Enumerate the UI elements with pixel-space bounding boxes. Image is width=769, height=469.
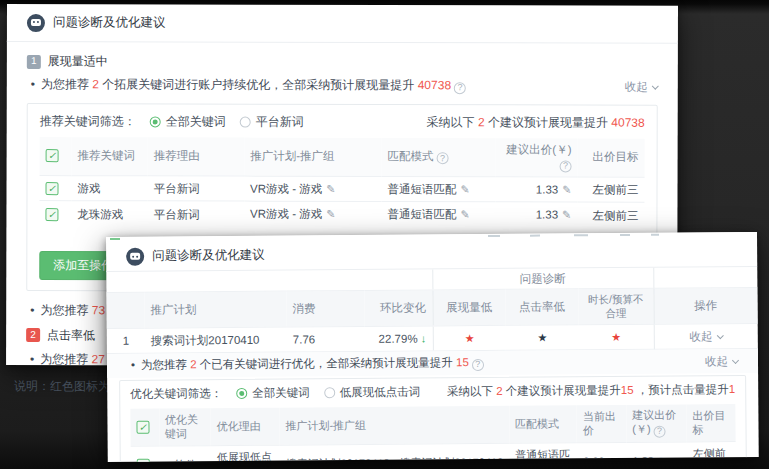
col-current-bid: 当前出价 [577,405,627,442]
filter-label: 推荐关键词筛选： [40,114,136,129]
radio-all-keywords[interactable] [150,116,161,127]
edit-icon[interactable]: ✎ [326,182,335,194]
col-low-impressions: 展现量低 [432,290,505,326]
bullet-dot-icon: • [30,352,34,366]
dark-backdrop: 问题诊断及优化建议 1 展现量适中 •为您推荐 2 个拓展关键词进行账户持续优化… [0,0,769,469]
col-reason: 优化理由 [211,408,280,445]
col-match: 匹配模式? [382,138,496,177]
col-match: 匹配模式 [509,406,577,443]
panel1-header: 问题诊断及优化建议 [7,4,678,44]
group-header-diagnosis: 问题诊断 [432,268,653,291]
col-keyword: 推荐关键词 [71,137,147,176]
col-budget: 时长/预算不合理 [578,289,653,325]
row-checkbox[interactable]: ✓ [45,208,58,221]
bullet-dot-icon: • [131,359,135,371]
collapse-toggle[interactable]: 收起 [625,79,658,93]
col-bid: 建议出价(￥)? [496,138,578,177]
collapse-toggle[interactable]: 收起 [705,354,738,369]
radio-platform-new[interactable] [240,116,251,127]
edit-icon[interactable]: ✎ [460,209,469,221]
edit-icon[interactable]: ✎ [562,209,571,221]
col-bid: 建议出价(￥)? [626,405,687,442]
down-arrow-icon: ↓ [421,332,427,344]
section1-title: 展现量适中 [48,54,108,69]
adopt-summary: 采纳以下 2 个建议预计展现量提升 40738 [427,115,645,131]
col-change: 环比变化 [364,290,432,326]
section1-badge: 1 [27,55,41,69]
col-plan: 推广计划-推广组 [244,137,382,176]
red-star-icon: ★ [465,332,475,344]
edit-icon[interactable]: ✎ [460,183,469,195]
chevron-down-icon [732,357,739,364]
help-icon[interactable]: ? [472,359,484,371]
checkbox-header[interactable]: ✓ [136,420,149,433]
help-icon[interactable]: ? [454,82,466,94]
col-cost: 消费 [286,291,364,327]
panel2-title: 问题诊断及优化建议 [152,248,265,265]
edit-icon[interactable]: ✎ [326,208,335,220]
help-icon[interactable]: ? [437,153,449,165]
row-checkbox[interactable]: ✓ [46,182,59,195]
row-checkbox[interactable]: ✓ [137,458,150,462]
recommend-keyword-table: ✓ 推荐关键词 推荐理由 推广计划-推广组 匹配模式? 建议出价(￥)? 出价目… [39,137,644,228]
table-row: ✓ vr软件 低展现低点击词 搜索词计划20170410 - 搜索词计划2017… [131,441,736,462]
panel1-title: 问题诊断及优化建议 [53,15,166,31]
diagnosis-icon [126,248,144,266]
help-icon[interactable]: ? [654,425,666,437]
checkbox-header[interactable]: ✓ [46,150,59,163]
chevron-down-icon [652,82,659,89]
chevron-down-icon [717,332,724,339]
section2-badge: 2 [26,328,40,342]
optimize-box: 优化关键词筛选： 全部关键词 低展现低点击词 采纳以下 2 个建议预计展现量提升… [119,375,747,462]
edit-icon[interactable]: ✎ [562,183,571,195]
section-impression: 1 展现量适中 [27,54,658,71]
dark-star-icon: ★ [537,331,547,343]
row-collapse-toggle[interactable]: 收起 [690,330,723,342]
filter-label: 优化关键词筛选： [130,386,222,401]
optimize-keyword-table: ✓ 优化关键词 优化理由 推广计划-推广组 匹配模式 当前出价 建议出价(￥)?… [130,404,736,462]
table-row: ✓ 游戏 平台新词 VR游戏 - 游戏✎ 普通短语匹配✎ 1.33✎ 左侧前三 [39,175,644,202]
diagnosis-panel-2: 问题诊断及优化建议 问题诊断 推广计划 消费 环比变化 展现量低 点击率低 时长… [106,232,759,462]
campaign-diagnosis-table: 问题诊断 推广计划 消费 环比变化 展现量低 点击率低 时长/预算不合理 操作 … [106,267,758,354]
radio-all-keywords[interactable] [236,388,247,399]
section2-title: 点击率低 [47,328,95,343]
help-icon[interactable]: ? [559,160,571,172]
col-target: 出价目标 [686,404,735,441]
col-reason: 推荐理由 [148,137,244,176]
col-plan: 推广计划-推广组 [279,406,509,445]
col-keyword: 优化关键词 [159,409,211,446]
recommend-summary: •为您推荐 2 个拓展关键词进行账户持续优化，全部采纳预计展现量提升 40738… [27,77,466,94]
table-row: ✓ 龙珠游戏 平台新词 VR游戏 - 游戏✎ 普通短语匹配✎ 1.33✎ 左侧前… [39,201,644,228]
optimize-summary: •为您推荐 2 个已有关键词进行优化，全部采纳预计展现量提升 15? [127,355,484,373]
diagnosis-icon [27,14,45,32]
bullet-dot-icon: • [31,77,35,91]
radio-low-imp-click[interactable] [324,387,335,398]
bullet-dot-icon: • [30,303,34,317]
col-low-ctr: 点击率低 [505,289,578,325]
col-target: 出价目标 [577,138,644,177]
edit-icon[interactable]: ✎ [658,454,667,462]
red-star-icon: ★ [611,331,621,343]
col-action: 操作 [653,288,757,324]
adopt-summary: 采纳以下 2 个建议预计展现量提升15 ，预计点击量提升1 [447,382,735,399]
col-campaign: 推广计划 [144,291,286,327]
